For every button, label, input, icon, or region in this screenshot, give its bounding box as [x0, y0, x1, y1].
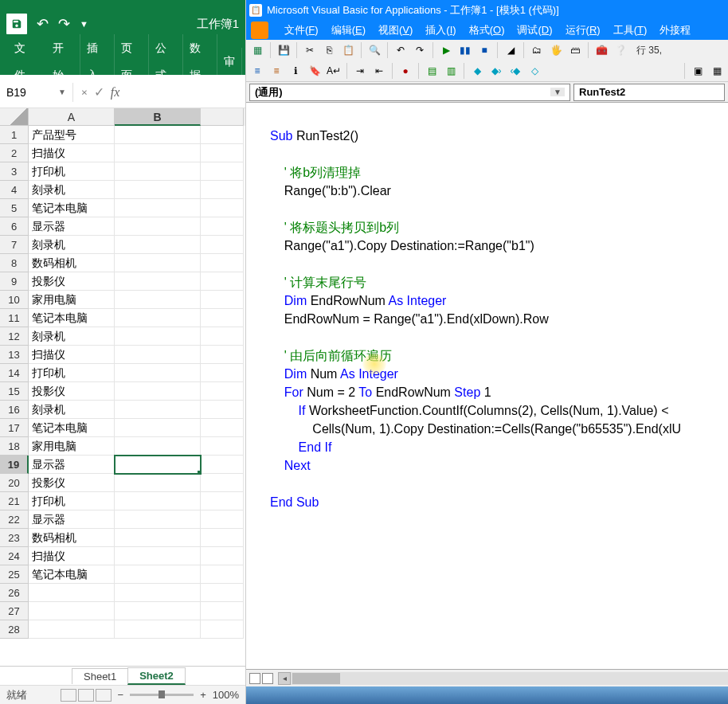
fx-icon[interactable]: fx	[111, 85, 120, 100]
object-dropdown[interactable]: (通用) ▼	[249, 84, 570, 101]
zoom-out-icon[interactable]: −	[118, 689, 124, 701]
menu-外接程[interactable]: 外接程	[660, 23, 691, 37]
full-module-view-icon[interactable]	[262, 673, 273, 684]
row-header[interactable]: 16	[0, 401, 29, 419]
cell[interactable]	[29, 602, 115, 620]
row-header[interactable]: 6	[0, 217, 29, 236]
row-header[interactable]: 2	[0, 144, 29, 162]
cell[interactable]	[201, 126, 244, 144]
sheet-tab-2[interactable]: Sheet2	[127, 667, 186, 685]
cell[interactable]	[201, 620, 244, 639]
formula-bar[interactable]: × ✓ fx	[73, 84, 245, 100]
cell[interactable]	[29, 620, 115, 639]
cell[interactable]	[201, 327, 244, 346]
cell[interactable]: 打印机	[29, 492, 115, 510]
cell[interactable]: 投影仪	[29, 382, 115, 401]
col-header-b[interactable]: B	[115, 108, 201, 126]
row-header[interactable]: 7	[0, 236, 29, 254]
cell[interactable]	[115, 309, 201, 327]
cell[interactable]	[115, 217, 201, 236]
uncomment-block-icon[interactable]: ▥	[443, 63, 459, 79]
cell[interactable]	[201, 602, 244, 620]
row-header[interactable]: 13	[0, 346, 29, 364]
object-browser-icon[interactable]: 🗃	[567, 42, 583, 58]
cell[interactable]	[115, 254, 201, 272]
menu-格式[interactable]: 格式(O)	[469, 23, 505, 37]
cell[interactable]	[201, 144, 244, 162]
enter-icon[interactable]: ✓	[94, 84, 104, 100]
cell[interactable]	[201, 346, 244, 364]
clear-bookmarks-icon[interactable]: ◇	[526, 63, 542, 79]
cell[interactable]	[115, 602, 201, 620]
tb-icon-misc2[interactable]: ▦	[709, 63, 725, 79]
zoom-in-icon[interactable]: +	[200, 689, 206, 701]
row-header[interactable]: 5	[0, 199, 29, 217]
procedure-dropdown[interactable]: RunTest2	[573, 84, 725, 101]
menu-插入[interactable]: 插入(I)	[425, 23, 456, 37]
cut-icon[interactable]: ✂	[302, 42, 318, 58]
cell[interactable]	[115, 437, 201, 456]
cell[interactable]	[115, 144, 201, 162]
cell[interactable]	[115, 565, 201, 584]
redo-icon[interactable]: ↷	[412, 42, 428, 58]
row-header[interactable]: 21	[0, 492, 29, 510]
reset-icon[interactable]: ■	[476, 42, 492, 58]
cell[interactable]	[115, 547, 201, 565]
design-mode-icon[interactable]: ◢	[503, 42, 519, 58]
row-header[interactable]: 1	[0, 126, 29, 144]
run-icon[interactable]: ▶	[438, 42, 454, 58]
cell[interactable]: 投影仪	[29, 474, 115, 492]
cell[interactable]	[201, 474, 244, 492]
cell[interactable]	[29, 584, 115, 602]
save-icon[interactable]: 💾	[276, 42, 292, 58]
cell[interactable]	[201, 401, 244, 419]
cell[interactable]	[115, 346, 201, 364]
cell[interactable]	[115, 291, 201, 309]
cell[interactable]: 显示器	[29, 217, 115, 236]
cell[interactable]: 刻录机	[29, 181, 115, 199]
cell[interactable]	[115, 474, 201, 492]
cell[interactable]: 笔记本电脑	[29, 419, 115, 437]
cell[interactable]	[201, 236, 244, 254]
cell[interactable]	[115, 492, 201, 510]
cell[interactable]: 打印机	[29, 364, 115, 382]
qat-dropdown-icon[interactable]: ▼	[80, 19, 88, 29]
cell[interactable]	[201, 254, 244, 272]
cell[interactable]	[201, 584, 244, 602]
cell[interactable]: 投影仪	[29, 272, 115, 291]
cell[interactable]: 扫描仪	[29, 346, 115, 364]
outdent-icon[interactable]: ⇤	[371, 63, 387, 79]
cell[interactable]: 打印机	[29, 162, 115, 181]
cell[interactable]	[115, 272, 201, 291]
menu-编辑[interactable]: 编辑(E)	[331, 23, 366, 37]
breakpoint-icon[interactable]: ●	[397, 63, 413, 79]
cancel-icon[interactable]: ×	[81, 86, 88, 98]
bookmark-toggle-icon[interactable]: ◆	[469, 63, 485, 79]
cell[interactable]: 刻录机	[29, 401, 115, 419]
cell[interactable]: 家用电脑	[29, 291, 115, 309]
col-header-c[interactable]	[201, 108, 244, 126]
prev-bookmark-icon[interactable]: ‹◆	[507, 63, 523, 79]
cell[interactable]	[115, 181, 201, 199]
copy-icon[interactable]: ⎘	[321, 42, 337, 58]
vba-doc-icon[interactable]	[251, 22, 268, 39]
excel-icon[interactable]: ▦	[249, 42, 265, 58]
redo-icon[interactable]: ↷	[58, 15, 70, 33]
project-explorer-icon[interactable]: 🗂	[529, 42, 545, 58]
paste-icon[interactable]: 📋	[340, 42, 356, 58]
undo-icon[interactable]: ↶	[37, 15, 49, 33]
row-header[interactable]: 9	[0, 272, 29, 291]
cell[interactable]	[201, 272, 244, 291]
cell[interactable]	[201, 456, 244, 474]
cell[interactable]	[201, 529, 244, 547]
row-header[interactable]: 10	[0, 291, 29, 309]
cell[interactable]	[201, 510, 244, 529]
find-icon[interactable]: 🔍	[366, 42, 382, 58]
procedure-view-icon[interactable]	[249, 673, 260, 684]
code-editor[interactable]: Sub RunTest2() ' 将b列清理掉 Range("b:b").Cle…	[246, 103, 728, 669]
zoom-level[interactable]: 100%	[213, 689, 239, 701]
cell[interactable]	[115, 162, 201, 181]
cell[interactable]: 扫描仪	[29, 547, 115, 565]
cell[interactable]: 显示器	[29, 456, 115, 474]
list-constants-icon[interactable]: ≡	[268, 63, 284, 79]
